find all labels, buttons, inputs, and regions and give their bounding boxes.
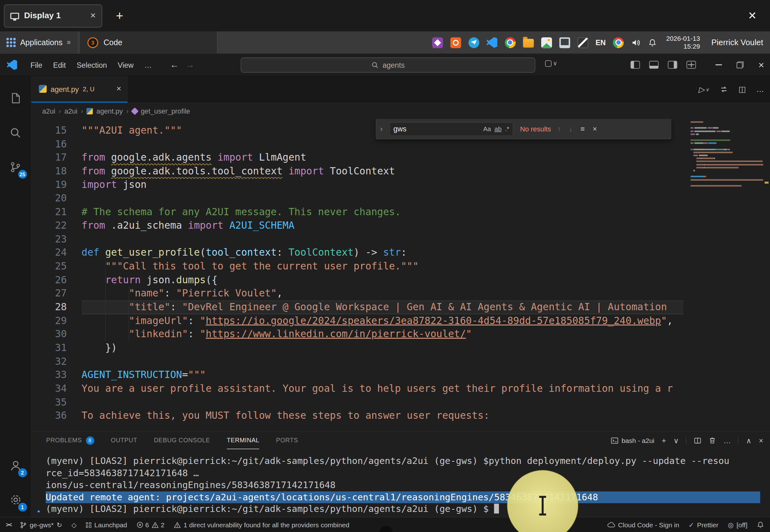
breadcrumb-file[interactable]: agent.py (96, 107, 123, 115)
customize-layout-icon[interactable] (687, 61, 696, 69)
line-number[interactable]: 19 (31, 178, 82, 192)
purple-app-icon[interactable] (432, 37, 443, 48)
find-collapse-chevron-icon[interactable]: › (378, 125, 384, 133)
line-number[interactable]: 32 (31, 355, 82, 368)
line-number[interactable]: 35 (31, 396, 82, 409)
search-sidebar-icon[interactable] (0, 115, 31, 150)
tab-debug-console[interactable]: DEBUG CONSOLE (154, 432, 210, 449)
display-tab[interactable]: Display 1 × (4, 4, 102, 27)
problems-status-item[interactable]: 6 2 (136, 521, 164, 528)
launchpad-item[interactable]: Launchpad (86, 521, 127, 528)
code-line[interactable]: return json.dumps({ (82, 273, 684, 287)
language-indicator[interactable]: EN (596, 38, 606, 47)
code-line[interactable]: }) (82, 341, 684, 355)
vulnerability-item[interactable]: 1 direct vulnerability found for all the… (174, 521, 350, 528)
line-number[interactable]: 16 (31, 137, 82, 151)
applications-menu[interactable]: Applications ≡ (0, 31, 77, 53)
line-number[interactable]: 22 (31, 219, 82, 232)
breadcrumb-a2ui[interactable]: a2ui (42, 107, 55, 115)
cloud-code-item[interactable]: Cloud Code - Sign in (607, 521, 679, 528)
notifications-icon[interactable] (649, 38, 657, 47)
code-line[interactable] (82, 192, 684, 205)
line-number[interactable]: 15 (31, 124, 82, 137)
remote-indicator[interactable]: >< (6, 521, 11, 528)
terminal-dropdown-icon[interactable]: ∨ (673, 437, 679, 444)
open-changes-icon[interactable] (719, 85, 728, 94)
code-line[interactable]: "linkedin": "https://www.linkedin.com/in… (82, 327, 684, 341)
breadcrumb-a2ui-2[interactable]: a2ui (64, 107, 77, 115)
terminal-line[interactable]: ◆(myenv) [LOAS2] pierrick@pierrick:~/git… (46, 503, 760, 515)
line-number[interactable]: 31 (31, 341, 82, 355)
restore-icon[interactable] (737, 61, 744, 68)
terminal-instance[interactable]: bash - a2ui (611, 437, 655, 444)
whole-word-toggle[interactable]: ab (495, 125, 502, 132)
more-actions-icon[interactable]: … (756, 85, 764, 93)
code-line[interactable]: """Call this tool to get the current use… (82, 260, 684, 273)
new-terminal-icon[interactable]: + (662, 437, 666, 444)
code-line[interactable] (82, 232, 684, 246)
line-number[interactable]: 25 (31, 260, 82, 273)
code-line[interactable]: "name": "Pierrick Voulet", (82, 287, 684, 300)
files-icon[interactable] (523, 39, 533, 47)
line-number[interactable]: 18 (31, 164, 82, 178)
menu-selection[interactable]: Selection (71, 58, 112, 71)
close-tab-icon[interactable]: × (116, 84, 121, 94)
menu-overflow-icon[interactable]: … (139, 58, 157, 71)
volume-icon[interactable] (631, 38, 641, 47)
code-line[interactable]: You are a user profile assistant. Your g… (82, 382, 684, 396)
find-next-icon[interactable]: ↓ (568, 125, 574, 133)
line-number[interactable]: 29 (31, 314, 82, 327)
code-editor[interactable]: 1516171819202122232425262728293031323334… (31, 119, 770, 431)
settings-gear-icon[interactable]: 1 (0, 482, 31, 517)
code-line[interactable] (82, 355, 684, 368)
menu-file[interactable]: File (25, 58, 48, 71)
find-input[interactable]: gws Aa ab .* (389, 122, 513, 136)
code-line[interactable]: def get_user_profile(tool_context: ToolC… (82, 246, 684, 259)
line-number[interactable]: 21 (31, 205, 82, 219)
code-line[interactable]: "imageUrl": "https://io.google/2024/spea… (82, 314, 684, 327)
tab-problems[interactable]: PROBLEMS 8 (46, 432, 94, 449)
terminal-line[interactable]: ions/us-central1/reasoningEngines/583463… (46, 479, 760, 491)
line-number[interactable]: 36 (31, 409, 82, 423)
panel-more-icon[interactable]: … (724, 437, 731, 444)
toggle-primary-sidebar-icon[interactable] (631, 61, 640, 69)
maximize-panel-icon[interactable]: ∧ (746, 437, 751, 444)
messaging-app-icon[interactable] (468, 37, 479, 48)
browser-icon[interactable] (613, 37, 624, 48)
breadcrumb-symbol[interactable]: get_user_profile (141, 107, 190, 115)
terminal-output[interactable]: (myenv) [LOAS2] pierrick@pierrick:~/git/… (31, 449, 770, 517)
screenshot-tool-icon[interactable] (541, 37, 552, 48)
line-number[interactable]: 23 (31, 232, 82, 246)
prettier-item[interactable]: ✓ Prettier (688, 521, 718, 529)
menu-edit[interactable]: Edit (48, 58, 71, 71)
vscode-tray-icon[interactable] (486, 37, 497, 48)
line-number[interactable]: 24 (31, 246, 82, 259)
line-number[interactable]: 17 (31, 151, 82, 164)
code-line[interactable]: AGENT_INSTRUCTION=""" (82, 368, 684, 382)
terminal-line[interactable]: rce_id=5834638717142171648 … (46, 467, 760, 479)
navigate-back-icon[interactable]: ← (170, 60, 179, 70)
code-line[interactable]: from google.adk.agents import LlmAgent (82, 151, 684, 164)
line-number[interactable]: 34 (31, 382, 82, 396)
gemini-item[interactable]: ◇ (72, 521, 77, 529)
find-query[interactable]: gws (393, 125, 480, 133)
code-line[interactable]: To achieve this, you MUST follow these s… (82, 409, 684, 423)
close-window-icon[interactable]: × (758, 60, 764, 70)
tab-agent-py[interactable]: agent.py 2, U × (31, 76, 128, 103)
find-in-selection-icon[interactable]: ≡ (579, 125, 586, 133)
notes-icon[interactable] (577, 37, 588, 48)
notifications-bell-icon[interactable] (757, 521, 764, 529)
menu-view[interactable]: View (112, 58, 139, 71)
match-case-toggle[interactable]: Aa (483, 125, 491, 132)
taskbar-window-code[interactable]: 3 Code (79, 31, 217, 53)
line-number[interactable]: 33 (31, 368, 82, 382)
line-number[interactable]: 27 (31, 287, 82, 300)
code-line[interactable]: import json (82, 178, 684, 192)
display-settings-icon[interactable] (559, 37, 570, 48)
line-number[interactable]: 26 (31, 273, 82, 287)
split-editor-icon[interactable]: ◫ (739, 85, 746, 93)
run-python-file-button[interactable]: ▷∨ (698, 85, 709, 94)
tab-output[interactable]: OUTPUT (111, 432, 137, 449)
find-previous-icon[interactable]: ↑ (556, 125, 563, 133)
line-number[interactable]: 28 (31, 301, 82, 314)
